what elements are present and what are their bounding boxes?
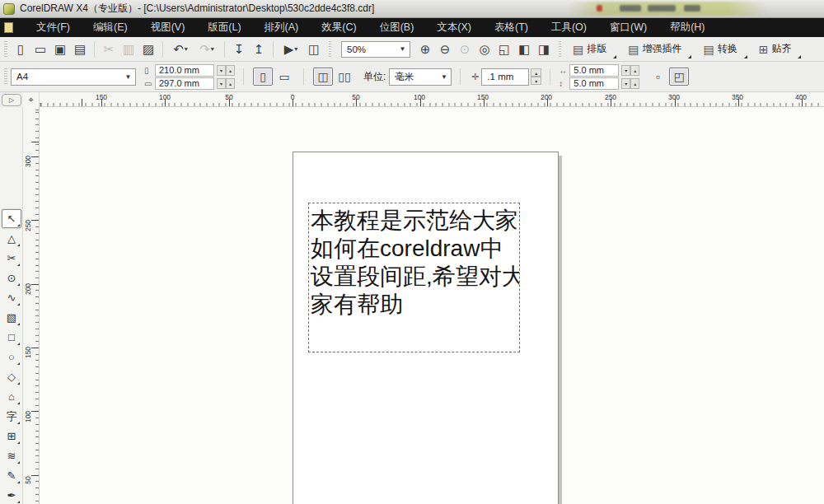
zoom-to-page-height-button[interactable]: ◨▾ [534, 40, 554, 59]
dropdown-arrow-icon[interactable]: ▾ [211, 45, 214, 53]
ellipse-tool[interactable]: ○ [2, 348, 21, 366]
paper-height-field[interactable]: 297.0 mm [155, 77, 214, 90]
dropdown-arrow-icon[interactable]: ▾ [294, 45, 297, 53]
cut-button[interactable]: ✂▾ [99, 40, 119, 59]
property-separator [243, 68, 244, 85]
paper-width-field[interactable]: 210.0 mm [155, 64, 214, 77]
menu-item[interactable]: 文件(F) [25, 18, 82, 37]
menu-item[interactable]: 效果(C) [310, 18, 368, 37]
duplicate-y-field[interactable]: 5.0 mm [569, 77, 619, 90]
duplicate-y-spinner[interactable]: ▾▴ [621, 78, 639, 89]
horizontal-ruler[interactable]: 15010050050100150200250300350400 [40, 92, 824, 107]
zoom-to-page-width-icon: ◧ [518, 42, 530, 57]
menu-item[interactable]: 版面(L) [196, 18, 252, 37]
nudge-offset-field[interactable]: .1 mm [481, 68, 529, 86]
labeled-button-label: 排版 [587, 42, 606, 56]
menu-item[interactable]: 表格(T) [483, 18, 540, 37]
menu-item[interactable]: 视图(V) [139, 18, 197, 37]
text-line: 如何在coreldraw中 [311, 235, 519, 263]
undo-button[interactable]: ↶▾ [167, 40, 194, 59]
menu-item[interactable]: 帮助(H) [658, 18, 716, 37]
paragraph-text-frame[interactable]: 本教程是示范给大家如何在coreldraw中设置段间距,希望对大家有帮助 [308, 203, 520, 352]
page[interactable]: 本教程是示范给大家如何在coreldraw中设置段间距,希望对大家有帮助 [293, 152, 559, 504]
paste-button[interactable]: ▨▾ [138, 40, 158, 59]
portrait-orientation-button[interactable]: ▯ [253, 68, 273, 86]
convert-button[interactable]: ▤ 转换 [696, 40, 743, 59]
zoom-level-combobox[interactable]: 50% ▼ [341, 41, 410, 58]
menu-item[interactable]: 窗口(W) [598, 18, 658, 37]
menu-item[interactable]: 文本(X) [425, 18, 483, 37]
duplicate-x-field[interactable]: 5.0 mm [569, 64, 619, 77]
snap-button[interactable]: ⊞ 贴齐 [752, 40, 798, 59]
menu-item[interactable]: 工具(O) [540, 18, 598, 37]
new-document-button[interactable]: ▯▾ [11, 40, 30, 59]
copy-button[interactable]: ▥▾ [119, 40, 138, 59]
title-bar: CorelDRAW X4（专业版）- [C:\Users\Administrat… [0, 0, 824, 18]
zoom-in-button[interactable]: ⊕▾ [415, 40, 435, 59]
zoom-to-all-objects-button[interactable]: ◎▾ [475, 40, 494, 59]
shape-tool[interactable]: △ [2, 229, 21, 248]
units-combobox[interactable]: 毫米 ▼ [389, 68, 452, 86]
redo-button[interactable]: ↷▾ [194, 40, 220, 59]
landscape-orientation-button[interactable]: ▭ [274, 68, 294, 86]
print-button[interactable]: ▤▾ [70, 40, 90, 59]
drawing-canvas[interactable]: 本教程是示范给大家如何在coreldraw中设置段间距,希望对大家有帮助 [40, 107, 824, 504]
dropdown-arrow-icon[interactable]: ▾ [185, 45, 188, 53]
menu-item[interactable]: 排列(A) [253, 18, 311, 37]
nudge-offset-value: .1 mm [487, 72, 513, 82]
polygon-icon: ◇ [7, 371, 16, 383]
paper-type-combobox[interactable]: A4 ▼ [11, 68, 136, 86]
smart-fill-tool[interactable]: ▧ [2, 308, 21, 327]
outline-pen-tool[interactable]: ✒ [2, 486, 21, 504]
zoom-tool[interactable]: ⊙ [2, 268, 21, 287]
combobox-arrow-icon[interactable]: ▼ [438, 71, 449, 83]
toolbar-grip[interactable] [4, 41, 7, 58]
paper-height-spinner[interactable]: ▾▴ [217, 78, 235, 89]
basic-shapes-tool[interactable]: ⌂ [2, 387, 21, 406]
current-page-layout-button[interactable]: ▯▯ [335, 68, 354, 86]
treat-as-filled-button[interactable]: ▫ [648, 68, 667, 86]
save-button[interactable]: ▣▾ [50, 40, 70, 59]
typesetting-button[interactable]: ▤ 排版 [566, 40, 613, 59]
duplicate-x-spinner[interactable]: ▾▴ [621, 65, 639, 76]
zoom-to-page-width-button[interactable]: ◧▾ [514, 40, 534, 59]
text-tool[interactable]: 字 [2, 407, 21, 426]
vertical-ruler[interactable]: 30025020015010050 [23, 107, 40, 504]
crop-tool[interactable]: ✂ [2, 249, 21, 268]
export-button[interactable]: ↥▾ [249, 40, 269, 59]
menu-item[interactable]: 位图(B) [368, 18, 426, 37]
zoom-to-page-button[interactable]: ◱▾ [494, 40, 514, 59]
paper-width-spinner[interactable]: ▾▴ [217, 65, 235, 76]
toolbox: ↖△✂⊙∿▧□○◇⌂字⊞≋✎✒◩◪ [0, 107, 23, 504]
interactive-blend-tool[interactable]: ≋ [2, 446, 21, 465]
flyout-corner-icon [17, 323, 20, 325]
shape-icon: △ [7, 232, 16, 245]
enhanced-plugins-button[interactable]: ▤ 增强插件 [621, 40, 688, 59]
eyedropper-tool[interactable]: ✎ [2, 466, 21, 485]
table-icon: ⊞ [7, 430, 16, 442]
zoom-to-selected-button[interactable]: ⊙▾ [455, 40, 475, 59]
import-button[interactable]: ↧▾ [229, 40, 249, 59]
rectangle-tool[interactable]: □ [2, 328, 21, 347]
combobox-arrow-icon[interactable]: ▼ [123, 71, 133, 83]
snap-to-objects-button[interactable]: ◰ [669, 68, 689, 86]
open-button[interactable]: ▭▾ [30, 40, 50, 59]
polygon-tool[interactable]: ◇ [2, 367, 21, 386]
outline-pen-icon: ✒ [7, 489, 16, 502]
application-launcher-icon: ▶ [284, 42, 294, 57]
table-tool[interactable]: ⊞ [2, 427, 21, 446]
ruler-label: 250 [601, 93, 620, 101]
property-bar-grip[interactable] [4, 68, 7, 85]
toolbox-flyout-button[interactable]: ▷ [2, 94, 21, 106]
pick-tool[interactable]: ↖ [2, 209, 21, 228]
nudge-offset-spinner[interactable]: ▴▾ [531, 68, 541, 85]
open-icon: ▭ [35, 42, 46, 57]
all-pages-layout-button[interactable]: ◫ [313, 68, 333, 86]
combobox-arrow-icon[interactable]: ▼ [397, 44, 408, 55]
zoom-out-button[interactable]: ⊖▾ [435, 40, 455, 59]
welcome-screen-button[interactable]: ◫▾ [304, 40, 324, 59]
ruler-origin-button[interactable]: ⌖ [23, 92, 40, 107]
freehand-tool[interactable]: ∿ [2, 288, 21, 307]
application-launcher-button[interactable]: ▶▾ [278, 40, 304, 59]
menu-item[interactable]: 编辑(E) [82, 18, 139, 37]
